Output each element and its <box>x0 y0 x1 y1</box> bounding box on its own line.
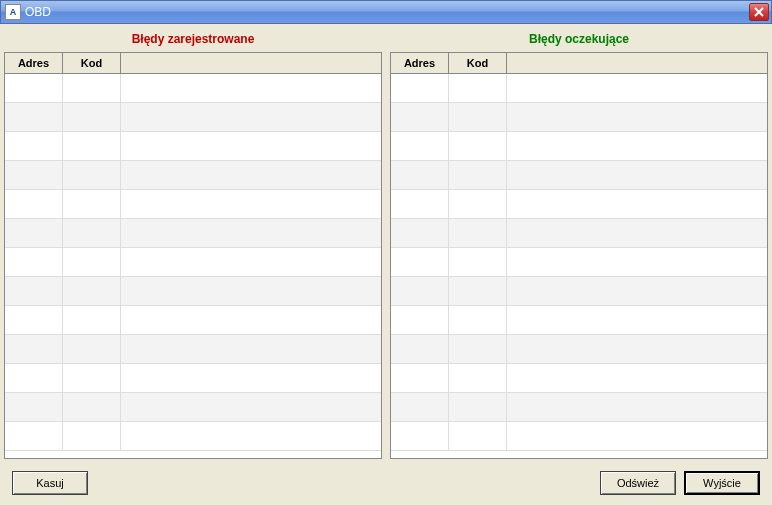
registered-errors-title: Błędy zarejestrowane <box>4 26 382 52</box>
table-row[interactable] <box>5 364 381 393</box>
cell-adres <box>391 132 449 160</box>
cell-kod <box>63 74 121 102</box>
cell-adres <box>391 335 449 363</box>
content-area: Błędy zarejestrowane Adres Kod Błędy ocz… <box>0 24 772 505</box>
cell-adres <box>391 248 449 276</box>
cell-adres <box>5 335 63 363</box>
table-row[interactable] <box>5 335 381 364</box>
delete-button[interactable]: Kasuj <box>12 471 88 495</box>
table-row[interactable] <box>5 190 381 219</box>
cell-desc <box>507 190 767 218</box>
cell-kod <box>63 161 121 189</box>
table-row[interactable] <box>5 103 381 132</box>
cell-kod <box>449 103 507 131</box>
close-icon <box>754 7 764 17</box>
cell-desc <box>507 74 767 102</box>
table-row[interactable] <box>5 422 381 451</box>
registered-errors-table: Adres Kod <box>4 52 382 459</box>
cell-desc <box>121 161 381 189</box>
cell-desc <box>507 364 767 392</box>
cell-kod <box>449 335 507 363</box>
cell-kod <box>63 103 121 131</box>
col-header-desc[interactable] <box>507 53 767 73</box>
table-row[interactable] <box>391 190 767 219</box>
cell-kod <box>63 219 121 247</box>
cell-adres <box>391 219 449 247</box>
cell-desc <box>507 219 767 247</box>
cell-kod <box>449 219 507 247</box>
cell-desc <box>507 306 767 334</box>
cell-kod <box>63 422 121 450</box>
close-button[interactable] <box>749 3 769 21</box>
cell-adres <box>5 393 63 421</box>
table-row[interactable] <box>5 132 381 161</box>
table-row[interactable] <box>391 161 767 190</box>
cell-adres <box>5 364 63 392</box>
table-row[interactable] <box>391 277 767 306</box>
app-icon: A <box>5 4 21 20</box>
refresh-button[interactable]: Odśwież <box>600 471 676 495</box>
cell-kod <box>449 422 507 450</box>
col-header-adres[interactable]: Adres <box>5 53 63 73</box>
cell-desc <box>507 422 767 450</box>
table-row[interactable] <box>5 277 381 306</box>
table-row[interactable] <box>391 103 767 132</box>
col-header-kod[interactable]: Kod <box>63 53 121 73</box>
cell-desc <box>121 335 381 363</box>
table-row[interactable] <box>391 74 767 103</box>
table-row[interactable] <box>391 422 767 451</box>
cell-desc <box>121 393 381 421</box>
cell-kod <box>63 132 121 160</box>
table-header: Adres Kod <box>391 53 767 74</box>
cell-adres <box>5 219 63 247</box>
table-row[interactable] <box>391 248 767 277</box>
cell-desc <box>507 277 767 305</box>
table-row[interactable] <box>391 335 767 364</box>
table-row[interactable] <box>5 393 381 422</box>
cell-kod <box>63 364 121 392</box>
cell-kod <box>449 393 507 421</box>
col-header-desc[interactable] <box>121 53 381 73</box>
cell-kod <box>449 306 507 334</box>
table-row[interactable] <box>5 306 381 335</box>
col-header-kod[interactable]: Kod <box>449 53 507 73</box>
pending-errors-table: Adres Kod <box>390 52 768 459</box>
spacer <box>96 471 592 495</box>
cell-kod <box>63 306 121 334</box>
table-row[interactable] <box>5 161 381 190</box>
cell-desc <box>507 393 767 421</box>
table-row[interactable] <box>5 248 381 277</box>
cell-adres <box>5 306 63 334</box>
cell-kod <box>63 248 121 276</box>
table-row[interactable] <box>391 132 767 161</box>
cell-adres <box>391 277 449 305</box>
cell-desc <box>121 132 381 160</box>
table-row[interactable] <box>391 219 767 248</box>
col-header-adres[interactable]: Adres <box>391 53 449 73</box>
cell-adres <box>391 74 449 102</box>
panels-row: Błędy zarejestrowane Adres Kod Błędy ocz… <box>4 26 768 459</box>
table-row[interactable] <box>5 74 381 103</box>
exit-button[interactable]: Wyjście <box>684 471 760 495</box>
table-row[interactable] <box>391 306 767 335</box>
cell-kod <box>63 393 121 421</box>
cell-adres <box>391 103 449 131</box>
cell-desc <box>121 248 381 276</box>
cell-kod <box>449 74 507 102</box>
cell-adres <box>391 393 449 421</box>
cell-adres <box>391 422 449 450</box>
pending-errors-panel: Błędy oczekujące Adres Kod <box>390 26 768 459</box>
cell-desc <box>507 161 767 189</box>
cell-adres <box>5 190 63 218</box>
table-body <box>5 74 381 458</box>
titlebar: A OBD <box>0 0 772 24</box>
table-body <box>391 74 767 458</box>
table-row[interactable] <box>391 364 767 393</box>
cell-desc <box>121 74 381 102</box>
table-row[interactable] <box>391 393 767 422</box>
cell-desc <box>121 219 381 247</box>
cell-adres <box>5 103 63 131</box>
table-row[interactable] <box>5 219 381 248</box>
cell-kod <box>63 277 121 305</box>
table-header: Adres Kod <box>5 53 381 74</box>
